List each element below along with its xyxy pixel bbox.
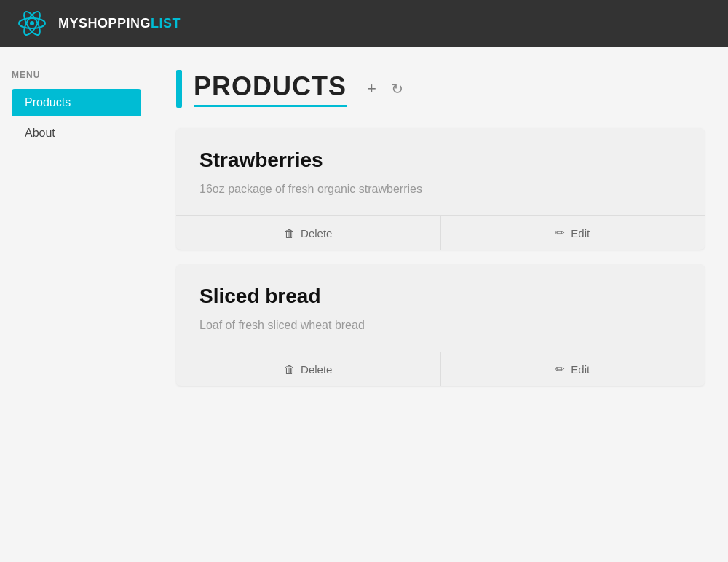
edit-button-1[interactable]: ✏ Edit — [440, 352, 705, 386]
trash-icon-1: 🗑 — [284, 363, 295, 376]
main-content: PRODUCTS + ↺ Strawberries 16oz package o… — [153, 70, 728, 400]
app-title: MYSHOPPINGLIST — [58, 16, 181, 31]
edit-label-0: Edit — [571, 227, 590, 240]
title-my: MY — [58, 16, 79, 31]
page-title-underline — [194, 105, 347, 107]
add-product-button[interactable]: + — [364, 76, 379, 101]
edit-button-0[interactable]: ✏ Edit — [440, 216, 705, 250]
edit-icon-0: ✏ — [555, 226, 565, 240]
page-header: PRODUCTS + ↺ — [176, 70, 705, 108]
page-title-wrapper: PRODUCTS — [194, 71, 347, 107]
product-card-actions-1: 🗑 Delete ✏ Edit — [176, 352, 705, 386]
product-name-1: Sliced bread — [199, 285, 681, 308]
page-header-accent — [176, 70, 182, 108]
title-list: LIST — [151, 16, 181, 31]
refresh-button[interactable]: ↺ — [388, 77, 406, 100]
add-icon: + — [367, 79, 376, 98]
edit-icon-1: ✏ — [555, 363, 565, 376]
delete-button-1[interactable]: 🗑 Delete — [176, 352, 440, 386]
delete-label-0: Delete — [301, 227, 332, 240]
page-title: PRODUCTS — [194, 71, 347, 102]
edit-label-1: Edit — [571, 363, 590, 376]
product-card-body-0: Strawberries 16oz package of fresh organ… — [176, 128, 705, 215]
top-nav: MYSHOPPINGLIST — [0, 0, 728, 47]
refresh-icon: ↺ — [391, 80, 403, 98]
header-actions: + ↺ — [364, 76, 406, 101]
product-card-body-1: Sliced bread Loaf of fresh sliced wheat … — [176, 264, 705, 352]
title-shopping: SHOPPING — [79, 16, 151, 31]
product-description-0: 16oz package of fresh organic strawberri… — [199, 181, 681, 198]
product-card-0: Strawberries 16oz package of fresh organ… — [176, 128, 705, 250]
sidebar-menu-label: MENU — [12, 70, 141, 80]
sidebar: MENU Products About — [0, 70, 153, 400]
product-card-1: Sliced bread Loaf of fresh sliced wheat … — [176, 264, 705, 386]
product-card-actions-0: 🗑 Delete ✏ Edit — [176, 215, 705, 250]
product-description-1: Loaf of fresh sliced wheat bread — [199, 317, 681, 334]
delete-label-1: Delete — [301, 363, 332, 376]
trash-icon-0: 🗑 — [284, 227, 295, 240]
svg-point-3 — [30, 21, 34, 25]
sidebar-item-about[interactable]: About — [12, 119, 141, 147]
product-name-0: Strawberries — [199, 149, 681, 172]
sidebar-item-products[interactable]: Products — [12, 89, 141, 116]
delete-button-0[interactable]: 🗑 Delete — [176, 216, 440, 250]
main-layout: MENU Products About PRODUCTS + ↺ — [0, 47, 728, 400]
react-logo-icon — [17, 9, 47, 38]
